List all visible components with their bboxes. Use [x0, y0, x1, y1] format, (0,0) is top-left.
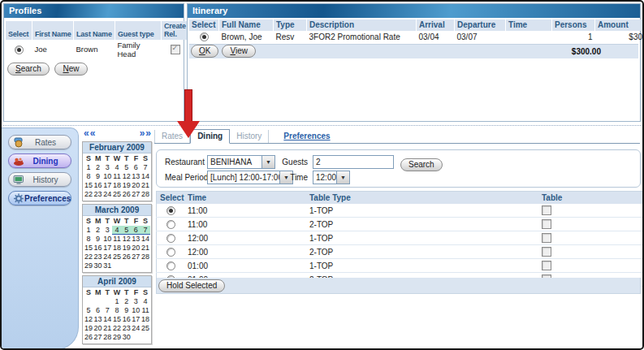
availability-select-radio[interactable] — [166, 206, 175, 215]
calendar-day[interactable]: 21 — [140, 181, 150, 190]
tab-preferences[interactable]: Preferences — [280, 130, 333, 143]
calendar-day[interactable]: 22 — [112, 324, 122, 333]
availability-select-radio[interactable] — [166, 220, 175, 229]
calendar-day[interactable]: 20 — [132, 244, 141, 253]
calendar-day[interactable]: 23 — [93, 190, 103, 199]
calendar-prev-button[interactable]: «« — [84, 128, 96, 139]
calendar-day[interactable]: 15 — [84, 181, 93, 190]
availability-table-checkbox[interactable] — [542, 247, 551, 257]
tab-history[interactable]: History — [230, 130, 269, 143]
calendar-day[interactable]: 9 — [93, 235, 103, 244]
calendar-day[interactable]: 22 — [84, 253, 93, 261]
calendar-day[interactable]: 28 — [140, 253, 150, 261]
sidebar-item-dining[interactable]: Dining — [8, 153, 71, 168]
calendar-day[interactable]: 6 — [132, 226, 141, 235]
calendar-day[interactable]: 28 — [102, 333, 112, 342]
calendar-day[interactable]: 25 — [140, 324, 150, 333]
time-select[interactable]: 12:00 ▼ — [313, 171, 350, 184]
calendar-day[interactable]: 10 — [102, 172, 112, 181]
availability-table-checkbox[interactable] — [542, 205, 551, 215]
calendar-day[interactable]: 16 — [122, 315, 132, 324]
restaurant-select[interactable]: BENIHANA ▼ — [207, 155, 275, 169]
calendar-next-button[interactable]: »» — [140, 128, 152, 139]
calendar-day[interactable]: 5 — [84, 306, 93, 315]
calendar-day[interactable]: 17 — [102, 244, 112, 253]
hold-selected-button[interactable]: Hold Selected — [158, 279, 225, 292]
calendar-day[interactable]: 15 — [84, 244, 93, 253]
calendar-day[interactable]: 15 — [112, 315, 122, 324]
calendar-day[interactable]: 8 — [84, 172, 93, 181]
calendar-day[interactable]: 17 — [132, 315, 141, 324]
calendar-day[interactable]: 19 — [84, 324, 93, 333]
calendar-day[interactable]: 26 — [122, 190, 132, 199]
calendar-day[interactable]: 25 — [112, 253, 122, 261]
calendar-day[interactable]: 10 — [132, 306, 141, 315]
availability-table-checkbox[interactable] — [542, 261, 551, 270]
calendar-day[interactable]: 7 — [140, 163, 150, 172]
calendar-day[interactable]: 27 — [93, 333, 103, 342]
sidebar-item-rates[interactable]: Rates — [8, 135, 71, 149]
guests-input[interactable]: 2 — [313, 155, 394, 169]
calendar-day[interactable]: 26 — [122, 253, 132, 261]
calendar-day[interactable]: 16 — [93, 244, 103, 253]
calendar-day[interactable]: 21 — [102, 324, 112, 333]
calendar-day[interactable]: 20 — [132, 181, 141, 190]
calendar-day[interactable]: 30 — [122, 333, 132, 342]
calendar-day[interactable]: 11 — [112, 235, 122, 244]
calendar-day[interactable]: 19 — [122, 181, 132, 190]
calendar-day[interactable]: 24 — [102, 253, 112, 261]
calendar-day[interactable]: 7 — [140, 226, 150, 235]
availability-select-radio[interactable] — [166, 261, 175, 270]
calendar-day[interactable]: 10 — [102, 235, 112, 244]
dining-search-button[interactable]: Search — [400, 158, 443, 171]
calendar-day[interactable]: 18 — [140, 315, 150, 324]
calendar-day[interactable]: 6 — [132, 163, 141, 172]
calendar-day[interactable]: 18 — [112, 181, 122, 190]
calendar-day[interactable]: 13 — [132, 235, 141, 244]
calendar-day[interactable]: 13 — [93, 315, 103, 324]
calendar-day[interactable]: 18 — [112, 244, 122, 253]
calendar-day[interactable]: 24 — [102, 190, 112, 199]
calendar-day[interactable]: 29 — [112, 333, 122, 342]
calendar-day[interactable]: 19 — [122, 244, 132, 253]
calendar-day[interactable]: 23 — [122, 324, 132, 333]
calendar-day[interactable]: 8 — [84, 235, 93, 244]
calendar-day[interactable]: 13 — [132, 172, 141, 181]
availability-select-radio[interactable] — [166, 234, 175, 243]
calendar-day[interactable]: 3 — [102, 226, 112, 235]
calendar-day[interactable]: 12 — [122, 172, 132, 181]
calendar-day[interactable]: 9 — [93, 172, 103, 181]
calendar-day[interactable]: 14 — [102, 315, 112, 324]
calendar-day[interactable]: 4 — [112, 226, 122, 235]
calendar-day[interactable]: 27 — [132, 253, 141, 261]
calendar-day[interactable]: 2 — [93, 163, 103, 172]
ok-button[interactable]: OK — [191, 45, 218, 58]
calendar-day[interactable]: 4 — [112, 163, 122, 172]
calendar-day[interactable]: 8 — [112, 306, 122, 315]
calendar-day[interactable]: 2 — [93, 226, 103, 235]
calendar-day[interactable]: 1 — [84, 226, 93, 235]
calendar-day[interactable]: 1 — [84, 163, 93, 172]
availability-select-radio[interactable] — [166, 248, 175, 257]
calendar-day[interactable]: 23 — [93, 253, 103, 261]
view-button[interactable]: View — [222, 45, 256, 58]
calendar-day[interactable]: 17 — [102, 181, 112, 190]
calendar-day[interactable]: 29 — [84, 261, 93, 270]
availability-table-checkbox[interactable] — [542, 233, 551, 243]
calendar-day[interactable]: 14 — [140, 172, 150, 181]
search-button[interactable]: Search — [7, 63, 50, 76]
sidebar-item-history[interactable]: History — [8, 172, 71, 187]
calendar-day[interactable]: 5 — [122, 226, 132, 235]
profile-select-radio[interactable] — [15, 45, 24, 54]
calendar-day[interactable]: 24 — [132, 324, 141, 333]
calendar-day[interactable]: 30 — [93, 261, 103, 270]
calendar-day[interactable]: 5 — [122, 163, 132, 172]
calendar-day[interactable]: 26 — [84, 333, 93, 342]
calendar-day[interactable]: 25 — [112, 190, 122, 199]
calendar-day[interactable]: 22 — [84, 190, 93, 199]
calendar-day[interactable]: 28 — [140, 190, 150, 199]
tab-rates[interactable]: Rates — [154, 130, 190, 143]
calendar-day[interactable]: 20 — [93, 324, 103, 333]
calendar-day[interactable]: 16 — [93, 181, 103, 190]
calendar-day[interactable]: 7 — [102, 306, 112, 315]
